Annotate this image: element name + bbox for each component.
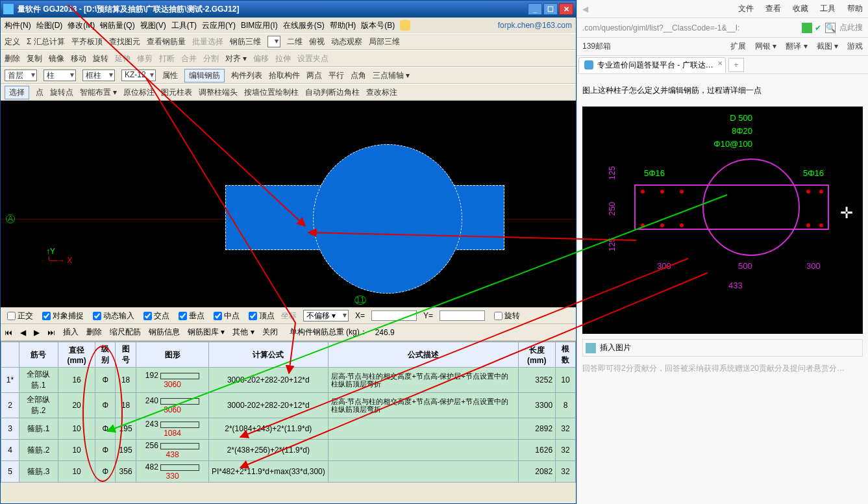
snap-toggle[interactable]: 对象捕捉	[40, 310, 84, 322]
nav-first-icon[interactable]: ⏮	[5, 328, 12, 337]
ext-item[interactable]: 扩展	[730, 41, 746, 52]
intersect-toggle[interactable]: 交点	[141, 310, 169, 322]
edit-tool-button[interactable]: 旋转	[93, 53, 108, 64]
edit-rebar-button[interactable]: 编辑钢筋	[184, 69, 225, 82]
menu-item[interactable]: BIM应用(I)	[241, 20, 278, 31]
browser-menu-item[interactable]: 工具	[820, 3, 836, 14]
delete-row-button[interactable]: 删除	[86, 327, 102, 338]
two-point-button[interactable]: 两点	[306, 70, 322, 81]
browser-menu-item[interactable]: 查看	[765, 3, 781, 14]
component-dropdown[interactable]: KZ-12	[121, 69, 156, 81]
dim-bars2: Φ10@100	[713, 139, 752, 149]
search-button[interactable]: 🔍	[825, 23, 836, 33]
select-button[interactable]: 选择	[5, 86, 29, 99]
column-table-button[interactable]: 图元柱表	[161, 87, 192, 98]
ext-item[interactable]: 翻译 ▾	[786, 41, 807, 52]
type-dropdown[interactable]: 框柱	[82, 69, 115, 81]
tool-button[interactable]: Σ 汇总计算	[27, 36, 65, 47]
vertex-toggle[interactable]: 顶点	[246, 310, 275, 322]
component-list-button[interactable]: 构件列表	[231, 70, 262, 81]
pick-component-button[interactable]: 拾取构件	[269, 70, 300, 81]
other-button[interactable]: 其他 ▾	[232, 327, 254, 338]
tab-close-icon[interactable]: ✕	[717, 60, 723, 67]
maximize-button[interactable]: ☐	[543, 3, 558, 15]
browser-menu-item[interactable]: 收藏	[793, 3, 808, 14]
point-angle-button[interactable]: 点角	[351, 70, 366, 81]
menu-item[interactable]: 工具(T)	[171, 20, 197, 31]
fav-link[interactable]: 139邮箱	[582, 41, 611, 52]
menu-item[interactable]: 帮助(H)	[330, 20, 356, 31]
ext-item[interactable]: 截图 ▾	[817, 41, 838, 52]
menu-item[interactable]: 版本号(B)	[361, 20, 395, 31]
nav-next-icon[interactable]: ▶	[34, 328, 40, 337]
tool-button[interactable]: 俯视	[309, 36, 325, 47]
close-button[interactable]: ✕	[559, 3, 573, 15]
tool-button[interactable]: 查看钢筋量	[147, 36, 186, 47]
category-dropdown[interactable]: 柱	[43, 69, 76, 81]
ext-item[interactable]: 网银 ▾	[755, 41, 776, 52]
edit-tool-button[interactable]: 镜像	[49, 53, 64, 64]
edit-tool-button[interactable]: 复制	[27, 53, 42, 64]
menu-item[interactable]: 云应用(Y)	[202, 20, 236, 31]
tool-button[interactable]: 局部三维	[369, 36, 400, 47]
insert-row-button[interactable]: 插入	[63, 327, 79, 338]
draw-by-wall-button[interactable]: 按墙位置绘制柱	[244, 87, 299, 98]
perp-toggle[interactable]: 垂点	[176, 310, 205, 322]
close-panel-button[interactable]: 关闭	[262, 327, 278, 338]
menu-item[interactable]: 钢筋量(Q)	[100, 20, 134, 31]
props-button[interactable]: 属性	[162, 70, 178, 81]
check-label-button[interactable]: 查改标注	[366, 87, 397, 98]
adjust-end-button[interactable]: 调整柱端头	[199, 87, 238, 98]
table-row[interactable]: 5箍筋.310Φ356482 330PI*482+2*11.9*d+max(33…	[1, 461, 576, 483]
search-hint[interactable]: 点此搜	[839, 22, 863, 33]
edit-tool-button[interactable]: 删除	[5, 53, 20, 64]
smart-place-button[interactable]: 智能布置 ▾	[80, 87, 117, 98]
x-input[interactable]	[371, 310, 417, 321]
browser-menu-item[interactable]: 文件	[738, 3, 754, 14]
nav-last-icon[interactable]: ⏭	[47, 328, 55, 337]
tool-button[interactable]	[267, 36, 280, 47]
minimize-button[interactable]: _	[528, 3, 542, 15]
model-viewport[interactable]: A 11 ↑Y └─→ X	[1, 101, 576, 307]
ext-item[interactable]: 游戏	[847, 41, 863, 52]
rebar-lib-button[interactable]: 钢筋图库 ▾	[188, 327, 225, 338]
question-text: 图上这种柱子怎么定义并编辑钢筋，过程请详细一点	[582, 81, 863, 100]
menu-item[interactable]: 视图(V)	[140, 20, 166, 31]
ortho-toggle[interactable]: 正交	[5, 310, 33, 322]
tool-button[interactable]: 查找图元	[109, 36, 140, 47]
nav-prev-icon[interactable]: ◀	[20, 328, 26, 337]
browser-menu-item[interactable]: 帮助	[847, 3, 863, 14]
menu-item[interactable]: 在线服务(S)	[283, 20, 325, 31]
auto-corner-button[interactable]: 自动判断边角柱	[305, 87, 360, 98]
rebar-grid[interactable]: 筋号直径(mm)级别图号图形计算公式公式描述长度(mm)根数 1*全部纵筋.11…	[1, 341, 576, 484]
tool-button[interactable]: 平齐板顶	[71, 36, 103, 47]
y-input[interactable]	[440, 310, 485, 321]
rotate-toggle[interactable]: 旋转	[491, 310, 520, 322]
offset-dropdown[interactable]: 不偏移 ▾	[303, 310, 349, 321]
menu-item[interactable]: 绘图(D)	[36, 20, 63, 31]
edit-tool-button[interactable]: 对齐 ▾	[225, 53, 247, 64]
menu-item[interactable]: 修改(M)	[68, 20, 95, 31]
in-place-label-button[interactable]: 原位标注	[123, 87, 155, 98]
rebar-info-button[interactable]: 钢筋信息	[149, 327, 180, 338]
insert-image-button[interactable]: 插入图片	[582, 339, 863, 357]
edit-tool-button[interactable]: 移动	[71, 53, 86, 64]
floor-dropdown[interactable]: 首层	[5, 69, 37, 81]
parallel-button[interactable]: 平行	[329, 70, 344, 81]
scale-config-button[interactable]: 缩尺配筋	[110, 327, 141, 338]
mid-toggle[interactable]: 中点	[211, 310, 240, 322]
tool-button[interactable]: 二维	[287, 36, 303, 47]
tool-button[interactable]: 定义	[5, 36, 20, 47]
url-text[interactable]: .com/question/giml/list?__ClassCode=-1&_…	[582, 23, 799, 32]
point-button[interactable]: 点	[36, 87, 43, 98]
browser-tab[interactable]: 专业造价问题答疑平台 - 广联达… ✕	[578, 57, 726, 73]
new-tab-button[interactable]: +	[728, 58, 744, 72]
axis-label-a: A	[6, 214, 15, 223]
dyninput-toggle[interactable]: 动态输入	[90, 310, 134, 322]
tool-button[interactable]: 钢筋三维	[230, 36, 261, 47]
menu-item[interactable]: 构件(N)	[5, 20, 31, 31]
tool-button[interactable]: 动态观察	[331, 36, 362, 47]
nav-back-icon[interactable]: ◀	[582, 5, 588, 14]
rotate-point-button[interactable]: 旋转点	[50, 87, 73, 98]
three-point-aux-button[interactable]: 三点辅轴 ▾	[373, 70, 410, 81]
